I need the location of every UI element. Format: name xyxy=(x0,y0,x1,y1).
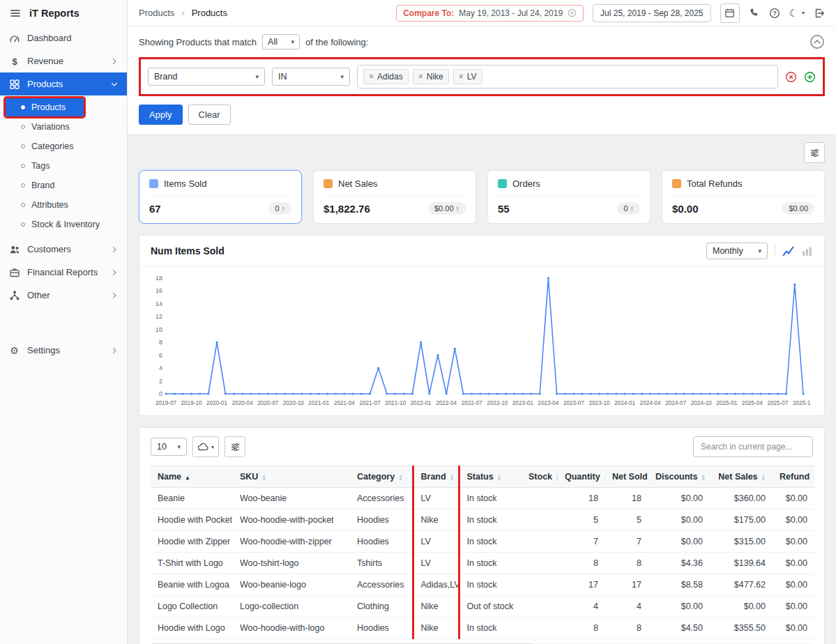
filter-operator-select[interactable]: IN▾ xyxy=(272,68,350,86)
svg-text:2021-07: 2021-07 xyxy=(359,400,380,406)
metric-card-total-refunds[interactable]: Total Refunds $0.00 $0.00↑ xyxy=(662,170,825,224)
breadcrumb-parent[interactable]: Products xyxy=(139,8,174,18)
chevron-right-icon xyxy=(110,291,119,300)
metric-color-chip xyxy=(672,179,681,188)
metric-label: Items Sold xyxy=(164,178,206,189)
sidebar-subitem-stock-inventory[interactable]: Stock & Inventory xyxy=(6,215,121,233)
compare-to-chip[interactable]: Compare To: May 19, 2013 - Jul 24, 2019 xyxy=(396,5,584,22)
sidebar-item-customers[interactable]: Customers xyxy=(0,238,127,261)
remove-tag-icon[interactable]: × xyxy=(459,72,464,81)
column-header-net-sold[interactable]: Net Sold▲▼ xyxy=(605,466,648,488)
sidebar-subitem-attributes[interactable]: Attributes xyxy=(6,196,121,214)
column-header-sku[interactable]: SKU▲▼ xyxy=(233,466,350,488)
sidebar-subitem-products[interactable]: Products xyxy=(6,98,84,116)
metric-card-items-sold[interactable]: Items Sold 67 0↑ xyxy=(139,170,302,224)
people-icon xyxy=(8,243,20,255)
remove-tag-icon[interactable]: × xyxy=(418,72,423,81)
sidebar-subitem-tags[interactable]: Tags xyxy=(6,157,121,175)
svg-text:2021-10: 2021-10 xyxy=(385,400,406,406)
sidebar-item-dashboard[interactable]: Dashboard xyxy=(0,26,127,49)
table-cell: Adidas,LV xyxy=(413,574,459,596)
products-submenu: Products Variations Categories Tags Bran… xyxy=(0,95,127,238)
apply-button[interactable]: Apply xyxy=(139,105,183,125)
table-cell: Out of stock xyxy=(459,596,522,618)
table-cell xyxy=(522,574,558,596)
column-header-brand-annotated[interactable]: Brand▲▼ xyxy=(413,466,459,488)
moon-icon[interactable]: ☾ xyxy=(789,7,798,20)
sidebar-item-label: Financial Reports xyxy=(27,267,103,277)
collapse-panel-icon[interactable] xyxy=(810,34,825,49)
sort-asc-icon: ▲ xyxy=(185,475,190,481)
briefcase-icon xyxy=(8,266,20,278)
clear-button[interactable]: Clear xyxy=(188,105,231,125)
table-cell: $477.62 xyxy=(710,574,773,596)
metric-card-orders[interactable]: Orders 55 0↑ xyxy=(487,170,651,224)
sidebar-item-financial-reports[interactable]: Financial Reports xyxy=(0,261,127,284)
sidebar-item-settings[interactable]: ⚙ Settings xyxy=(0,339,127,362)
line-chart-icon[interactable] xyxy=(782,245,794,257)
metric-value: 55 xyxy=(498,203,510,215)
column-header-category[interactable]: Category▲▼ xyxy=(350,466,413,488)
phone-icon[interactable] xyxy=(749,8,760,19)
table-cell: 5 xyxy=(558,509,605,531)
table-row: Logo CollectionLogo-collectionClothingNi… xyxy=(151,596,814,618)
table-cell: In stock xyxy=(459,618,522,639)
calendar-icon[interactable] xyxy=(720,3,740,23)
match-select[interactable]: All▾ xyxy=(262,34,300,49)
hamburger-menu-icon[interactable] xyxy=(10,8,21,19)
column-header-stock[interactable]: Stock▲▼ xyxy=(522,466,558,488)
svg-text:2: 2 xyxy=(159,378,162,385)
page-size-select[interactable]: 10▾ xyxy=(151,438,187,456)
sidebar-subitem-variations[interactable]: Variations xyxy=(6,118,121,136)
column-header-discounts[interactable]: Discounts▲▼ xyxy=(648,466,710,488)
tag-adidas: × Adidas xyxy=(363,69,409,84)
sidebar-subitem-categories[interactable]: Categories xyxy=(6,137,121,155)
table-row: Beanie with LogoaWoo-beanie-logoAccessor… xyxy=(151,574,814,596)
column-header-quantity[interactable]: Quantity▲▼ xyxy=(558,466,605,488)
filter-field-select[interactable]: Brand▾ xyxy=(148,68,265,86)
svg-text:10: 10 xyxy=(155,326,162,333)
up-arrow-icon: ↑ xyxy=(456,204,460,213)
remove-compare-icon[interactable] xyxy=(568,8,577,17)
sidebar-subitem-label: Variations xyxy=(31,122,70,132)
search-input[interactable] xyxy=(693,436,813,457)
column-header-refund[interactable]: Refund▲▼ xyxy=(773,466,814,488)
column-header-net-sales[interactable]: Net Sales▲▼ xyxy=(710,466,773,488)
sidebar-subitem-brand[interactable]: Brand xyxy=(6,176,121,194)
date-range-chip[interactable]: Jul 25, 2019 - Sep 28, 2025 xyxy=(593,4,710,22)
sort-icon: ▲▼ xyxy=(604,474,605,481)
table-controls: 10▾ ▾ xyxy=(139,428,824,466)
table-columns-settings-icon[interactable] xyxy=(225,436,245,457)
table-cell: In stock xyxy=(459,574,522,596)
sidebar-item-revenue[interactable]: $ Revenue xyxy=(0,49,127,72)
filter-suffix-text: of the following: xyxy=(305,37,368,47)
filter-values-input[interactable]: × Adidas × Nike × LV xyxy=(357,65,778,89)
sidebar-item-other[interactable]: Other xyxy=(0,284,127,307)
chevron-down-icon xyxy=(110,80,119,89)
metrics-settings-icon[interactable] xyxy=(804,142,825,163)
column-header-name[interactable]: Name▲ xyxy=(151,466,233,488)
table-cell: Hoodies xyxy=(350,509,413,531)
column-header-status[interactable]: Status▲▼ xyxy=(459,466,522,488)
help-icon[interactable]: ? xyxy=(769,8,780,19)
table-cell: Clothing xyxy=(350,596,413,618)
metric-card-net-sales[interactable]: Net Sales $1,822.76 $0.00↑ xyxy=(313,170,476,224)
breadcrumb-current: Products xyxy=(192,8,227,18)
logout-icon[interactable] xyxy=(814,8,825,19)
remove-filter-row-icon[interactable] xyxy=(785,71,797,83)
sidebar-subitem-label: Attributes xyxy=(31,200,68,210)
table-cell: $0.00 xyxy=(648,509,710,531)
table-cell: In stock xyxy=(459,553,522,574)
sidebar-item-products[interactable]: Products xyxy=(0,72,127,95)
chart-card: Num Items Sold Monthly▾ 0246810121416182… xyxy=(139,235,825,416)
svg-text:2025-07: 2025-07 xyxy=(767,400,788,406)
export-button[interactable]: ▾ xyxy=(192,436,219,457)
table-cell: T-Shirt with Logo xyxy=(151,553,233,574)
svg-text:2024-01: 2024-01 xyxy=(614,400,635,406)
chart-period-select[interactable]: Monthly▾ xyxy=(706,243,768,259)
add-filter-row-icon[interactable] xyxy=(804,71,816,83)
bar-chart-icon[interactable] xyxy=(801,245,813,257)
table-cell: In stock xyxy=(459,488,522,509)
remove-tag-icon[interactable]: × xyxy=(369,72,374,81)
filter-actions: Apply Clear xyxy=(128,96,836,135)
